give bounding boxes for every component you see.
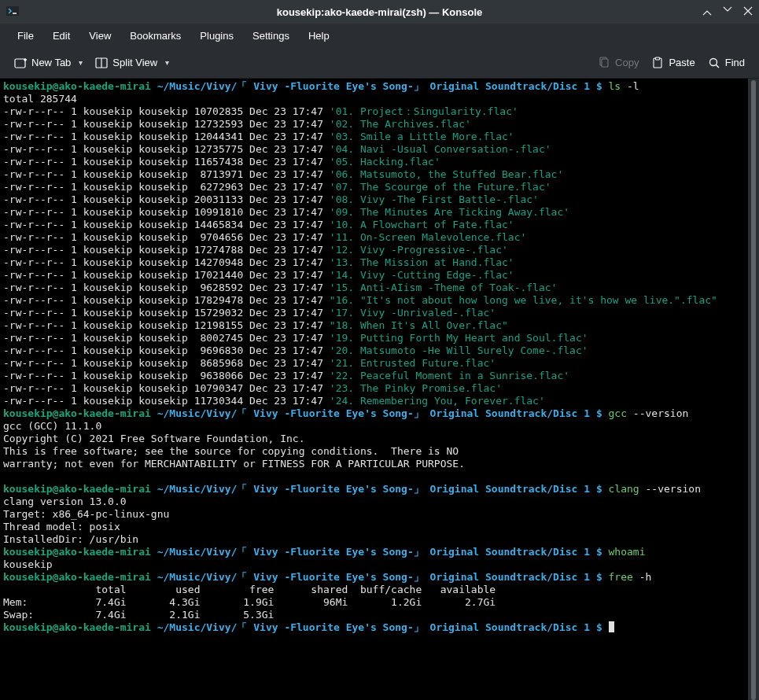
maximize-button[interactable] [723,6,732,18]
titlebar: kousekip:ako-kaede-mirai(zsh) — Konsole [0,0,759,24]
konsole-icon [6,5,19,20]
window-title: kousekip:ako-kaede-mirai(zsh) — Konsole [277,6,483,18]
terminal-container: kousekip@ako-kaede-mirai ~/Music/Vivy/「 … [0,79,759,700]
menu-view[interactable]: View [79,25,120,46]
find-icon [708,57,720,69]
svg-point-8 [709,58,717,65]
menu-edit[interactable]: Edit [43,25,79,46]
chevron-down-icon: ▾ [165,58,169,67]
split-view-label: Split View [112,57,157,68]
new-tab-icon [14,57,27,69]
copy-label: Copy [615,57,639,68]
paste-icon [651,57,664,69]
close-button[interactable] [743,6,753,18]
menu-plugins[interactable]: Plugins [190,25,243,46]
split-view-button[interactable]: Split View ▾ [89,53,175,72]
terminal-output[interactable]: kousekip@ako-kaede-mirai ~/Music/Vivy/「 … [0,79,748,700]
minimize-button[interactable] [702,6,712,18]
menu-file[interactable]: File [8,25,43,46]
find-label: Find [725,57,745,68]
find-button[interactable]: Find [702,53,751,72]
copy-icon [598,57,610,69]
paste-button[interactable]: Paste [645,53,701,72]
new-tab-button[interactable]: New Tab ▾ [8,53,89,72]
svg-rect-7 [656,57,660,60]
scrollbar-thumb[interactable] [751,80,756,700]
svg-line-9 [716,64,719,68]
svg-rect-5 [602,59,608,67]
scrollbar[interactable] [748,79,759,700]
new-tab-label: New Tab [31,57,71,68]
split-view-icon [95,57,108,69]
paste-label: Paste [669,57,695,68]
menu-settings[interactable]: Settings [243,25,299,46]
menu-help[interactable]: Help [299,25,339,46]
svg-rect-0 [6,6,19,16]
chevron-down-icon: ▾ [79,58,83,67]
copy-button[interactable]: Copy [591,53,645,72]
menu-bookmarks[interactable]: Bookmarks [120,25,190,46]
svg-rect-1 [15,59,25,68]
menubar: FileEditViewBookmarksPluginsSettingsHelp [0,24,759,47]
toolbar: New Tab ▾ Split View ▾ Copy Paste Find [0,47,759,79]
